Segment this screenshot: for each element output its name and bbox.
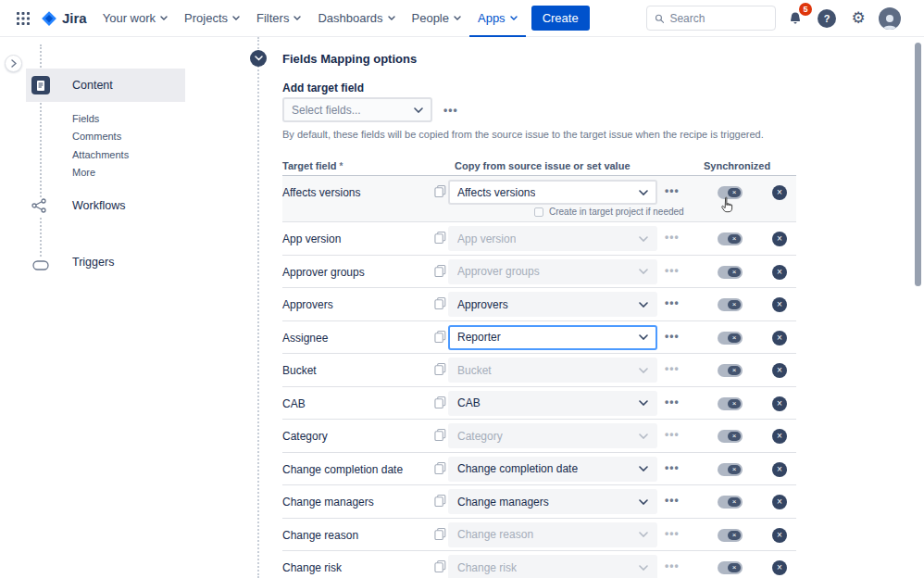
copy-icon[interactable]	[434, 396, 446, 412]
sidebar-item-content[interactable]: Content	[26, 69, 185, 102]
sidebar-item-triggers[interactable]: Triggers	[72, 256, 114, 269]
create-button[interactable]: Create	[531, 6, 590, 31]
remove-field-button[interactable]: ×	[772, 396, 787, 411]
add-field-more-options-button[interactable]: •••	[443, 104, 458, 117]
synchronized-toggle[interactable]: ×	[718, 529, 743, 542]
synchronized-toggle[interactable]: ×	[718, 364, 743, 377]
synchronized-toggle[interactable]: ×	[718, 463, 743, 476]
field-value-select[interactable]: Approvers	[448, 292, 657, 317]
field-value-select[interactable]: CAB	[448, 391, 657, 416]
remove-field-button[interactable]: ×	[772, 265, 787, 280]
nav-item-your-work[interactable]: Your work	[94, 0, 176, 37]
field-value-select[interactable]: Approver groups	[448, 259, 657, 284]
field-value-select[interactable]: App version	[448, 226, 657, 251]
notification-count-badge: 5	[799, 3, 812, 16]
row-more-options-button[interactable]: •••	[665, 231, 680, 244]
sidebar-item-comments[interactable]: Comments	[72, 128, 129, 146]
sidebar-item-attachments[interactable]: Attachments	[72, 145, 129, 164]
copy-icon[interactable]	[434, 184, 446, 201]
nav-item-people[interactable]: People	[404, 0, 469, 37]
select-fields-placeholder: Select fields...	[292, 104, 361, 117]
row-more-options-button[interactable]: •••	[665, 428, 680, 441]
nav-item-apps[interactable]: Apps	[469, 0, 526, 37]
remove-field-button[interactable]: ×	[772, 560, 787, 575]
remove-field-button[interactable]: ×	[772, 331, 787, 346]
remove-field-button[interactable]: ×	[772, 185, 787, 200]
field-value-select[interactable]: Change reason	[448, 522, 657, 547]
row-more-options-button[interactable]: •••	[665, 330, 680, 343]
nav-item-projects[interactable]: Projects	[176, 0, 248, 37]
toggle-off-icon: ×	[728, 465, 741, 474]
sidebar-collapse-button[interactable]	[5, 55, 22, 72]
row-more-options-button[interactable]: •••	[665, 527, 680, 540]
synchronized-toggle[interactable]: ×	[718, 332, 743, 345]
sidebar-item-workflows[interactable]: Workflows	[72, 199, 125, 212]
field-value-select[interactable]: Reporter	[448, 325, 657, 350]
copy-icon[interactable]	[434, 362, 446, 379]
create-in-target-option: Create in target project if needed	[534, 207, 684, 217]
nav-item-label: People	[412, 11, 449, 25]
app-switcher-icon[interactable]	[9, 4, 37, 33]
copy-icon[interactable]	[434, 264, 446, 281]
row-more-options-button[interactable]: •••	[665, 559, 680, 572]
copy-icon[interactable]	[434, 559, 446, 576]
row-more-options-button[interactable]: •••	[665, 264, 680, 277]
synchronized-toggle[interactable]: ×	[718, 430, 743, 443]
settings-button[interactable]: ⚙	[846, 6, 870, 31]
remove-field-button[interactable]: ×	[772, 495, 787, 509]
field-value-select[interactable]: Category	[448, 423, 657, 448]
remove-field-button[interactable]: ×	[772, 297, 787, 312]
row-more-options-button[interactable]: •••	[665, 296, 680, 309]
help-button[interactable]: ?	[815, 6, 839, 31]
remove-field-button[interactable]: ×	[772, 363, 787, 378]
grid-icon	[17, 12, 30, 25]
nav-item-label: Dashboards	[318, 11, 382, 25]
row-more-options-button[interactable]: •••	[665, 461, 680, 474]
sidebar-item-more[interactable]: More	[72, 164, 129, 182]
toggle-off-icon: ×	[728, 268, 741, 277]
row-more-options-button[interactable]: •••	[665, 396, 680, 408]
nav-item-filters[interactable]: Filters	[248, 0, 309, 37]
profile-button[interactable]	[878, 6, 902, 31]
copy-icon[interactable]	[434, 296, 446, 313]
copy-icon[interactable]	[434, 231, 446, 247]
field-value-select[interactable]: Change risk	[448, 555, 657, 578]
field-value-select[interactable]: Bucket	[448, 358, 657, 383]
field-value-select[interactable]: Change managers	[448, 489, 657, 514]
remove-field-button[interactable]: ×	[772, 528, 787, 543]
notifications-button[interactable]: 5	[783, 6, 807, 31]
required-asterisk: *	[339, 161, 343, 171]
field-value-select[interactable]: Affects versions	[448, 180, 657, 205]
copy-icon[interactable]	[434, 461, 446, 478]
section-collapse-button[interactable]	[250, 50, 267, 67]
synchronized-toggle[interactable]: ×	[718, 561, 743, 574]
copy-icon[interactable]	[434, 330, 446, 346]
synchronized-toggle[interactable]: ×	[718, 496, 743, 509]
remove-field-button[interactable]: ×	[772, 232, 787, 246]
copy-icon[interactable]	[434, 428, 446, 445]
remove-field-button[interactable]: ×	[772, 462, 787, 477]
synchronized-toggle[interactable]: ×	[718, 186, 743, 199]
row-more-options-button[interactable]: •••	[665, 494, 680, 507]
checkbox[interactable]	[534, 207, 543, 217]
sidebar-item-fields[interactable]: Fields	[72, 109, 129, 128]
jira-logo[interactable]: Jira	[37, 10, 94, 27]
select-value: CAB	[457, 396, 481, 409]
jira-app-window: Jira Your work Projects Filters Dashboar…	[0, 0, 924, 578]
select-fields-dropdown[interactable]: Select fields...	[282, 97, 432, 122]
synchronized-toggle[interactable]: ×	[718, 298, 743, 311]
copy-icon[interactable]	[434, 494, 446, 510]
synchronized-toggle[interactable]: ×	[718, 266, 743, 279]
synchronized-toggle[interactable]: ×	[718, 232, 743, 245]
row-more-options-button[interactable]: •••	[665, 362, 680, 375]
synchronized-toggle[interactable]: ×	[718, 397, 743, 410]
global-search[interactable]	[646, 6, 776, 31]
copy-icon[interactable]	[434, 527, 446, 544]
nav-item-dashboards[interactable]: Dashboards	[309, 0, 403, 37]
row-more-options-button[interactable]: •••	[665, 184, 680, 197]
gear-icon: ⚙	[851, 10, 865, 26]
vertical-scrollbar[interactable]	[915, 43, 921, 286]
search-input[interactable]	[669, 12, 768, 25]
field-value-select[interactable]: Change completion date	[448, 457, 657, 482]
remove-field-button[interactable]: ×	[772, 429, 787, 444]
